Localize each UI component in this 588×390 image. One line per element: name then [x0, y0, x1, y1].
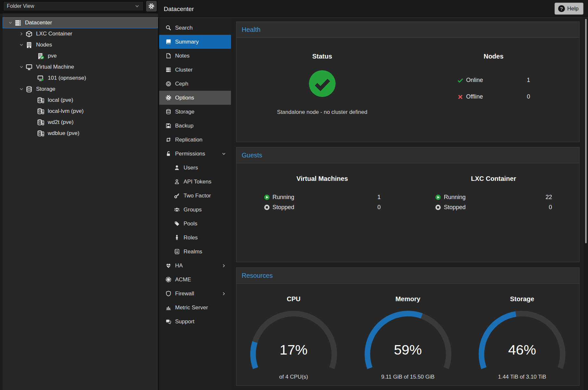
- storage-disk-icon: [36, 118, 45, 126]
- guests-table: Running1Stopped0: [264, 192, 381, 212]
- menu-item-label: Ceph: [175, 81, 188, 87]
- gauge-subtitle: of 4 CPU(s): [279, 374, 308, 380]
- guest-state-label: Stopped: [444, 204, 549, 211]
- user-icon: [173, 164, 181, 171]
- menu-item-options[interactable]: Options: [159, 91, 231, 105]
- proxmox-app: Folder View DatacenterLXC ContainerNodes…: [0, 0, 588, 390]
- menu-item-search[interactable]: Search: [159, 21, 231, 35]
- menu-item-label: Backup: [175, 123, 194, 129]
- replication-icon: [164, 136, 172, 143]
- chevron-right-icon[interactable]: [221, 291, 226, 296]
- chevron-down-icon[interactable]: [221, 151, 226, 156]
- menu-item-acme[interactable]: ACME: [159, 273, 231, 287]
- menu-item-pools[interactable]: Pools: [159, 217, 231, 231]
- storage-disk-icon: [36, 96, 45, 104]
- menu-item-label: API Tokens: [184, 179, 211, 185]
- menu-item-users[interactable]: Users: [159, 161, 231, 175]
- lxc-cube-icon: [25, 30, 33, 38]
- resources-panel-title: Resources: [236, 268, 579, 284]
- gauge-percent: 46%: [473, 342, 571, 358]
- tree-item-label: local (pve): [48, 97, 73, 103]
- stopped-icon: [264, 204, 270, 210]
- memory-gauge: 59%: [359, 307, 457, 372]
- menu-item-label: Roles: [184, 235, 198, 241]
- menu-item-permissions[interactable]: Permissions: [159, 147, 231, 161]
- tree-item-lxc-container[interactable]: LXC Container: [3, 28, 158, 39]
- chevron-down-icon[interactable]: [18, 42, 25, 48]
- resource-column-memory: Memory59%9.11 GiB of 15.50 GiB: [351, 284, 465, 380]
- tree-item-wdblue-pve[interactable]: wdblue (pve): [3, 128, 158, 139]
- storage-gauge: 46%: [473, 307, 571, 372]
- menu-item-metric-server[interactable]: Metric Server: [159, 301, 231, 315]
- storage-disk-icon: [36, 107, 45, 115]
- help-button[interactable]: ? Help: [555, 3, 583, 15]
- resource-heading: Storage: [510, 295, 534, 303]
- cpu-gauge: 17%: [245, 307, 342, 372]
- menu-item-storage[interactable]: Storage: [159, 105, 231, 119]
- chevron-down-icon[interactable]: [18, 64, 25, 70]
- shield-icon: [164, 290, 172, 297]
- menu-item-label: Notes: [175, 53, 189, 59]
- running-icon: [264, 194, 270, 200]
- menu-item-label: ACME: [175, 276, 191, 283]
- guests-table: Running22Stopped0: [435, 192, 552, 212]
- resources-panel: Resources CPU17%of 4 CPU(s)Memory59%9.11…: [236, 267, 580, 386]
- tree-item-101-opnsense[interactable]: 101 (opnsense): [3, 73, 158, 84]
- ceph-icon: [164, 80, 172, 87]
- menu-item-cluster[interactable]: Cluster: [159, 63, 231, 77]
- menu-item-replication[interactable]: Replication: [159, 133, 231, 147]
- floppy-icon: [164, 122, 172, 129]
- menu-item-groups[interactable]: Groups: [159, 203, 231, 217]
- tree-item-virtual-machine[interactable]: Virtual Machine: [3, 61, 158, 73]
- check-circle-icon: [309, 70, 336, 97]
- guests-column-heading: LXC Container: [471, 175, 516, 182]
- nodes-heading: Nodes: [484, 53, 504, 60]
- node-state-value: 1: [527, 77, 530, 84]
- seal-icon: [164, 276, 172, 283]
- guests-panel-body: Virtual MachinesRunning1Stopped0LXC Cont…: [236, 163, 579, 212]
- tree-item-label: Virtual Machine: [36, 64, 74, 70]
- menu-item-label: Realms: [184, 249, 202, 255]
- menu-item-backup[interactable]: Backup: [159, 119, 231, 133]
- menu-item-realms[interactable]: Realms: [159, 245, 231, 259]
- chevron-down-icon[interactable]: [7, 20, 14, 26]
- node-state-value: 0: [527, 93, 530, 100]
- tree-item-datacenter[interactable]: Datacenter: [3, 17, 158, 28]
- scrollbar-thumb[interactable]: [585, 19, 587, 243]
- gauge-subtitle: 9.11 GiB of 15.50 GiB: [381, 374, 434, 380]
- menu-item-ceph[interactable]: Ceph: [159, 77, 231, 91]
- menu-item-support[interactable]: Support: [159, 315, 231, 329]
- menu-item-notes[interactable]: Notes: [159, 49, 231, 63]
- tree-item-nodes[interactable]: Nodes: [3, 39, 158, 50]
- menu-item-label: Groups: [184, 207, 202, 213]
- menu-item-label: Storage: [175, 109, 195, 115]
- chevron-right-icon[interactable]: [18, 31, 25, 37]
- key-icon: [173, 192, 181, 199]
- chevron-right-icon[interactable]: [221, 263, 226, 268]
- menu-item-firewall[interactable]: Firewall: [159, 287, 231, 301]
- menu-item-two-factor[interactable]: Two Factor: [159, 189, 231, 203]
- menu-item-summary[interactable]: Summary: [159, 35, 231, 49]
- menu-item-ha[interactable]: HA: [159, 259, 231, 273]
- view-selector-dropdown[interactable]: Folder View: [3, 1, 144, 11]
- heartbeat-icon: [164, 262, 172, 269]
- content-scrollbar[interactable]: [584, 18, 588, 390]
- address-book-icon: [173, 248, 181, 255]
- tree-item-pve[interactable]: pve: [3, 50, 158, 61]
- tree-toolbar: Folder View: [0, 0, 158, 13]
- tree-item-local-pve[interactable]: local (pve): [3, 95, 158, 106]
- tree-item-wd2t-pve[interactable]: wd2t (pve): [3, 117, 158, 128]
- menu-item-label: HA: [175, 262, 183, 269]
- nodes-row-offline: Offline0: [457, 88, 530, 105]
- menu-item-roles[interactable]: Roles: [159, 231, 231, 245]
- menu-item-api-tokens[interactable]: API Tokens: [159, 175, 231, 189]
- chevron-down-icon[interactable]: [18, 86, 25, 92]
- node-state-label: Offline: [466, 93, 527, 100]
- tree-item-storage[interactable]: Storage: [3, 84, 158, 95]
- note-icon: [164, 52, 172, 60]
- guest-row-running: Running1: [264, 192, 381, 202]
- tree-settings-button[interactable]: [146, 1, 157, 11]
- resource-column-storage: Storage46%1.44 TiB of 3.10 TiB: [465, 284, 579, 380]
- tree-item-local-lvm-pve[interactable]: local-lvm (pve): [3, 106, 158, 117]
- gear-icon: [164, 94, 172, 101]
